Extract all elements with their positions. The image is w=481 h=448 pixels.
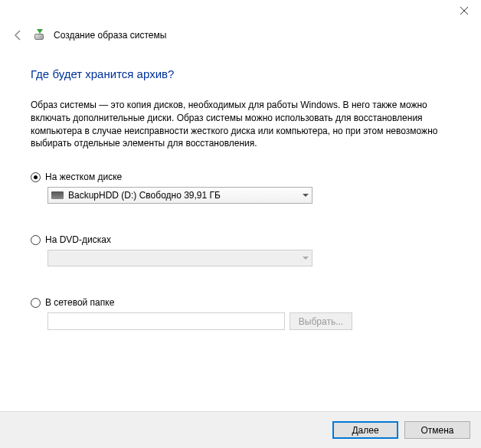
radio-dvd[interactable] [31,235,41,245]
cancel-button[interactable]: Отмена [404,421,470,439]
window-title: Создание образа системы [54,30,166,41]
page-heading: Где будет хранится архив? [31,67,450,80]
wizard-footer: Далее Отмена [0,411,481,448]
radio-network[interactable] [31,298,41,308]
back-button[interactable] [11,28,26,43]
next-button[interactable]: Далее [332,421,398,439]
radio-network-label[interactable]: В сетевой папке [45,297,114,308]
option-network: В сетевой папке Выбрать... [31,297,450,330]
dvd-dropdown [47,250,312,267]
option-hard-disk: На жестком диске BackupHDD (D:) Свободно… [31,172,450,204]
back-arrow-icon [12,29,25,41]
option-dvd: На DVD-дисках [31,234,450,267]
hard-disk-selected: BackupHDD (D:) Свободно 39,91 ГБ [68,190,309,201]
chevron-down-icon [303,257,309,260]
browse-button: Выбрать... [290,312,352,330]
radio-hard-disk-label[interactable]: На жестком диске [45,172,122,182]
wizard-content: Где будет хранится архив? Образ системы … [0,43,481,330]
wizard-header: Создание образа системы [0,23,481,43]
hard-disk-dropdown[interactable]: BackupHDD (D:) Свободно 39,91 ГБ [47,187,312,204]
title-bar [0,0,481,23]
chevron-down-icon [303,194,309,197]
drive-icon [51,191,64,199]
system-image-icon [34,29,46,41]
radio-hard-disk[interactable] [31,172,41,182]
page-description: Образ системы — это копия дисков, необхо… [31,99,450,150]
network-path-input [47,312,285,330]
close-icon [460,7,468,15]
radio-dvd-label[interactable]: На DVD-дисках [45,234,111,245]
close-button[interactable] [447,0,481,21]
